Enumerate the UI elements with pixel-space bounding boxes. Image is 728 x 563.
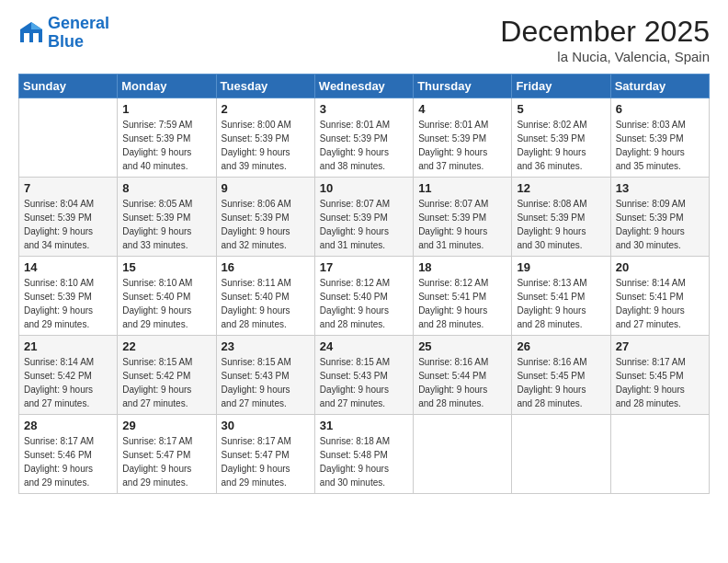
day-number: 16 [222,260,310,274]
day-info: Sunrise: 8:09 AMSunset: 5:39 PMDaylight:… [616,197,704,252]
day-cell: 11Sunrise: 8:07 AMSunset: 5:39 PMDayligh… [414,178,512,257]
day-info: Sunrise: 8:15 AMSunset: 5:43 PMDaylight:… [320,355,408,410]
day-cell: 6Sunrise: 8:03 AMSunset: 5:39 PMDaylight… [610,98,709,178]
day-cell: 18Sunrise: 8:12 AMSunset: 5:41 PMDayligh… [414,257,512,336]
svg-rect-3 [33,33,39,42]
col-header-monday: Monday [118,75,216,98]
day-number: 28 [24,419,112,432]
day-number: 5 [517,102,605,116]
day-number: 12 [517,181,605,195]
day-number: 22 [122,339,210,353]
day-number: 19 [517,260,605,274]
day-cell [19,98,118,178]
day-cell: 12Sunrise: 8:08 AMSunset: 5:39 PMDayligh… [512,178,610,257]
day-info: Sunrise: 8:17 AMSunset: 5:47 PMDaylight:… [222,434,310,489]
day-info: Sunrise: 8:07 AMSunset: 5:39 PMDaylight:… [320,197,408,252]
day-info: Sunrise: 8:14 AMSunset: 5:41 PMDaylight:… [616,276,704,331]
day-number: 26 [517,339,605,353]
day-cell: 7Sunrise: 8:04 AMSunset: 5:39 PMDaylight… [19,178,118,257]
day-number: 18 [418,260,506,274]
calendar-header-row: SundayMondayTuesdayWednesdayThursdayFrid… [19,75,710,98]
day-info: Sunrise: 8:17 AMSunset: 5:45 PMDaylight:… [616,355,704,410]
day-cell: 29Sunrise: 8:17 AMSunset: 5:47 PMDayligh… [118,415,216,494]
day-cell: 21Sunrise: 8:14 AMSunset: 5:42 PMDayligh… [19,336,118,415]
svg-rect-2 [24,33,29,42]
day-info: Sunrise: 8:04 AMSunset: 5:39 PMDaylight:… [24,197,112,252]
day-number: 27 [616,339,704,353]
logo-text: General Blue [48,15,109,52]
day-info: Sunrise: 8:10 AMSunset: 5:39 PMDaylight:… [24,276,112,331]
day-cell: 10Sunrise: 8:07 AMSunset: 5:39 PMDayligh… [314,178,413,257]
logo: General Blue [18,15,109,52]
day-cell: 30Sunrise: 8:17 AMSunset: 5:47 PMDayligh… [216,415,314,494]
day-info: Sunrise: 8:08 AMSunset: 5:39 PMDaylight:… [517,197,605,252]
day-number: 3 [320,102,408,116]
col-header-sunday: Sunday [19,75,118,98]
title-block: December 2025 la Nucia, Valencia, Spain [500,15,710,64]
day-cell: 8Sunrise: 8:05 AMSunset: 5:39 PMDaylight… [118,178,216,257]
day-number: 17 [320,260,408,274]
day-cell: 13Sunrise: 8:09 AMSunset: 5:39 PMDayligh… [610,178,709,257]
day-cell: 22Sunrise: 8:15 AMSunset: 5:42 PMDayligh… [118,336,216,415]
logo-icon [18,20,44,46]
day-info: Sunrise: 8:12 AMSunset: 5:40 PMDaylight:… [320,276,408,331]
day-number: 20 [616,260,704,274]
week-row-4: 28Sunrise: 8:17 AMSunset: 5:46 PMDayligh… [19,415,710,494]
day-info: Sunrise: 8:01 AMSunset: 5:39 PMDaylight:… [418,118,506,173]
day-number: 14 [24,260,112,274]
day-number: 4 [418,102,506,116]
calendar: SundayMondayTuesdayWednesdayThursdayFrid… [18,74,710,494]
day-info: Sunrise: 7:59 AMSunset: 5:39 PMDaylight:… [122,118,210,173]
day-number: 1 [122,102,210,116]
day-cell: 20Sunrise: 8:14 AMSunset: 5:41 PMDayligh… [610,257,709,336]
day-cell: 9Sunrise: 8:06 AMSunset: 5:39 PMDaylight… [216,178,314,257]
col-header-friday: Friday [512,75,610,98]
day-cell: 25Sunrise: 8:16 AMSunset: 5:44 PMDayligh… [414,336,512,415]
day-info: Sunrise: 8:05 AMSunset: 5:39 PMDaylight:… [122,197,210,252]
day-cell: 16Sunrise: 8:11 AMSunset: 5:40 PMDayligh… [216,257,314,336]
day-info: Sunrise: 8:00 AMSunset: 5:39 PMDaylight:… [222,118,310,173]
day-cell: 24Sunrise: 8:15 AMSunset: 5:43 PMDayligh… [314,336,413,415]
day-cell: 31Sunrise: 8:18 AMSunset: 5:48 PMDayligh… [314,415,413,494]
day-cell: 15Sunrise: 8:10 AMSunset: 5:40 PMDayligh… [118,257,216,336]
day-number: 23 [222,339,310,353]
day-info: Sunrise: 8:16 AMSunset: 5:45 PMDaylight:… [517,355,605,410]
day-cell: 1Sunrise: 7:59 AMSunset: 5:39 PMDaylight… [118,98,216,178]
day-cell: 3Sunrise: 8:01 AMSunset: 5:39 PMDaylight… [314,98,413,178]
day-number: 9 [222,181,310,195]
day-cell: 4Sunrise: 8:01 AMSunset: 5:39 PMDaylight… [414,98,512,178]
day-info: Sunrise: 8:16 AMSunset: 5:44 PMDaylight:… [418,355,506,410]
day-cell: 14Sunrise: 8:10 AMSunset: 5:39 PMDayligh… [19,257,118,336]
week-row-0: 1Sunrise: 7:59 AMSunset: 5:39 PMDaylight… [19,98,710,178]
day-info: Sunrise: 8:10 AMSunset: 5:40 PMDaylight:… [122,276,210,331]
day-number: 24 [320,339,408,353]
day-number: 31 [320,419,408,432]
day-number: 10 [320,181,408,195]
day-cell: 5Sunrise: 8:02 AMSunset: 5:39 PMDaylight… [512,98,610,178]
day-info: Sunrise: 8:14 AMSunset: 5:42 PMDaylight:… [24,355,112,410]
day-number: 8 [122,181,210,195]
day-info: Sunrise: 8:15 AMSunset: 5:43 PMDaylight:… [222,355,310,410]
day-cell: 23Sunrise: 8:15 AMSunset: 5:43 PMDayligh… [216,336,314,415]
day-number: 21 [24,339,112,353]
col-header-saturday: Saturday [610,75,709,98]
day-cell [610,415,709,494]
day-cell: 28Sunrise: 8:17 AMSunset: 5:46 PMDayligh… [19,415,118,494]
day-info: Sunrise: 8:07 AMSunset: 5:39 PMDaylight:… [418,197,506,252]
day-number: 30 [222,419,310,432]
day-cell [414,415,512,494]
svg-marker-1 [31,22,42,29]
week-row-2: 14Sunrise: 8:10 AMSunset: 5:39 PMDayligh… [19,257,710,336]
day-info: Sunrise: 8:01 AMSunset: 5:39 PMDaylight:… [320,118,408,173]
day-info: Sunrise: 8:17 AMSunset: 5:47 PMDaylight:… [122,434,210,489]
day-number: 7 [24,181,112,195]
day-number: 13 [616,181,704,195]
day-cell: 27Sunrise: 8:17 AMSunset: 5:45 PMDayligh… [610,336,709,415]
day-number: 29 [122,419,210,432]
day-cell [512,415,610,494]
day-number: 15 [122,260,210,274]
day-cell: 26Sunrise: 8:16 AMSunset: 5:45 PMDayligh… [512,336,610,415]
day-info: Sunrise: 8:18 AMSunset: 5:48 PMDaylight:… [320,434,408,489]
col-header-thursday: Thursday [414,75,512,98]
main-title: December 2025 [500,15,710,49]
